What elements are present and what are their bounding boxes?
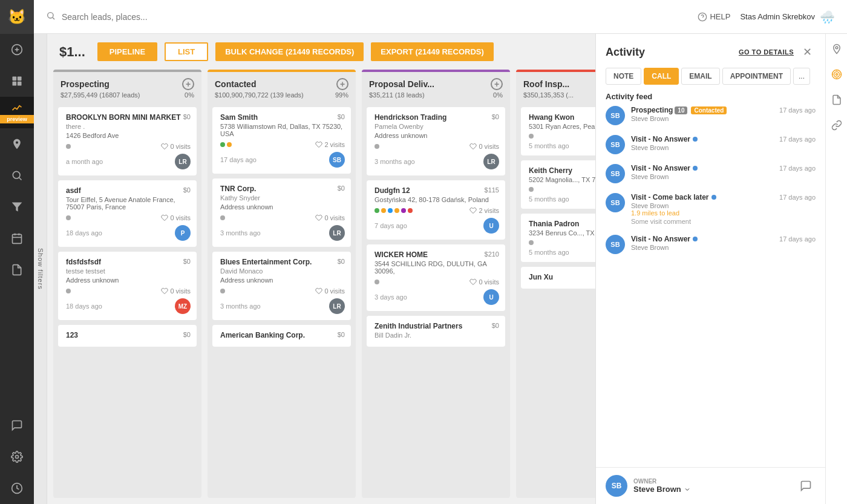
lead-card[interactable]: BROOKLYN BORN MINI MARKET $0 there . 142… xyxy=(58,107,197,175)
sidebar-item-chat[interactable] xyxy=(0,410,34,441)
sidebar: 🐱 preview xyxy=(0,0,34,504)
sidebar-item-settings[interactable] xyxy=(0,441,34,473)
link-icon xyxy=(831,120,842,131)
card-dots-row xyxy=(529,240,534,245)
sidebar-item-clock[interactable] xyxy=(0,473,34,504)
lead-card[interactable]: Dudgfn 12 $115 Gostyńska 42, 80-178 Gdań… xyxy=(367,180,505,240)
card-sub: there . xyxy=(66,123,191,130)
sidebar-item-grid[interactable] xyxy=(0,65,34,97)
list-button[interactable]: LIST xyxy=(165,42,208,61)
col-body-roof: Hwang Kwon 5301 Ryan Acres, Pearland, TX… xyxy=(516,105,595,498)
grid-icon xyxy=(11,75,23,87)
activity-tab-call[interactable]: CALL xyxy=(644,68,679,85)
col-header-contacted: Contacted + $100,900,790,722 (139 leads)… xyxy=(208,72,356,105)
card-dots-row xyxy=(66,289,71,293)
go-to-details-link[interactable]: GO TO DETAILS xyxy=(739,48,794,56)
activity-tab-appointment[interactable]: APPOINTMENT xyxy=(722,68,791,85)
lead-dot xyxy=(374,144,379,149)
col-add-btn-contacted[interactable]: + xyxy=(336,78,348,90)
card-name: BROOKLYN BORN MINI MARKET xyxy=(66,113,181,122)
card-address: 5301 Ryan Acres, Pearland, TX 77... xyxy=(529,123,595,130)
sidebar-item-search[interactable] xyxy=(0,160,34,191)
lead-dot xyxy=(66,289,71,293)
feed-time: 17 days ago xyxy=(779,165,816,172)
card-address: 5738 Williamstown Rd, Dallas, TX 75230, … xyxy=(220,123,345,137)
lead-card[interactable]: Keith Cherry 5202 Magnolia..., TX 77584,… xyxy=(521,160,595,209)
activity-header: Activity GO TO DETAILS ✕ xyxy=(596,34,825,61)
card-address: Tour Eiffel, 5 Avenue Anatole France, 75… xyxy=(66,196,191,211)
sidebar-item-calendar[interactable] xyxy=(0,223,34,254)
notes-right-icon[interactable] xyxy=(831,94,842,108)
card-avatar: P xyxy=(175,225,191,241)
lead-dot xyxy=(220,215,225,220)
sidebar-item-map[interactable] xyxy=(0,128,34,160)
card-sub: testse testset xyxy=(66,267,191,275)
activity-tab-note[interactable]: NOTE xyxy=(606,68,641,85)
sidebar-item-preview[interactable]: preview xyxy=(0,97,34,128)
lead-dot xyxy=(374,280,379,284)
lead-card[interactable]: TNR Corp. $0 Kathy Snyder Address unknow… xyxy=(212,178,351,247)
lead-card[interactable]: Blues Entertainment Corp. $0 David Monac… xyxy=(212,252,351,320)
activity-tabs: NOTECALLEMAILAPPOINTMENT... xyxy=(596,61,825,85)
card-name: 123 xyxy=(66,331,181,339)
lead-card[interactable]: Hendrickson Trading $0 Pamela Owenby Add… xyxy=(367,107,505,175)
close-button[interactable]: ✕ xyxy=(799,44,816,61)
feed-action: Visit - Come back later xyxy=(631,193,716,201)
owner-name: Steve Brown xyxy=(633,485,790,494)
svg-rect-6 xyxy=(18,82,22,86)
col-header-proposal: Proposal Deliv... + $35,211 (18 leads) 0… xyxy=(362,72,510,105)
card-time: a month ago xyxy=(66,158,103,165)
help-button[interactable]: HELP xyxy=(698,12,730,22)
lead-dot xyxy=(374,208,379,213)
col-add-btn-proposal[interactable]: + xyxy=(491,78,503,90)
lead-card[interactable]: Jun Xu xyxy=(521,267,595,289)
card-time: 18 days ago xyxy=(66,229,102,237)
card-time: 18 days ago xyxy=(66,303,102,310)
content-area: Show filters $1... PIPELINE LIST BULK CH… xyxy=(34,34,847,504)
feed-content: Visit - Come back later 17 days ago Stev… xyxy=(631,193,816,225)
location-right-icon[interactable] xyxy=(831,44,842,57)
card-name: Sam Smith xyxy=(220,113,335,122)
card-time: 17 days ago xyxy=(220,156,257,163)
target-right-icon[interactable] xyxy=(831,69,842,82)
card-address: Gostyńska 42, 80-178 Gdańsk, Poland xyxy=(374,196,499,203)
card-name: Jun Xu xyxy=(529,273,595,281)
activity-footer: SB OWNER Steve Brown xyxy=(596,467,825,504)
col-add-btn-prospecting[interactable]: + xyxy=(182,78,194,90)
search-input[interactable] xyxy=(62,12,692,22)
feed-item: SB Visit - No Answer 17 days ago Steve B… xyxy=(606,135,816,154)
lead-card[interactable]: Hwang Kwon 5301 Ryan Acres, Pearland, TX… xyxy=(521,107,595,155)
lead-card[interactable]: WICKER HOME $210 3544 SCHILLING RDG, DUL… xyxy=(367,244,505,311)
col-body-prospecting: BROOKLYN BORN MINI MARKET $0 there . 142… xyxy=(53,105,201,498)
lead-card[interactable]: asdf $0 Tour Eiffel, 5 Avenue Anatole Fr… xyxy=(58,180,197,247)
feed-action: Visit - No Answer xyxy=(631,235,698,243)
lead-card[interactable]: Thania Padron 3234 Benrus Co..., TX 7758… xyxy=(521,214,595,262)
sidebar-item-filter[interactable] xyxy=(0,191,34,223)
lead-card[interactable]: Sam Smith $0 5738 Williamstown Rd, Dalla… xyxy=(212,107,351,174)
comment-button[interactable] xyxy=(796,476,816,496)
amount-display: $1... xyxy=(59,44,85,60)
pipeline-button[interactable]: PIPELINE xyxy=(97,42,157,61)
activity-tab-...[interactable]: ... xyxy=(793,68,810,85)
card-dots-row xyxy=(66,144,71,149)
card-amount: $0 xyxy=(492,322,499,329)
feed-time: 17 days ago xyxy=(779,194,816,201)
activity-tab-email[interactable]: EMAIL xyxy=(681,68,719,85)
lead-card[interactable]: American Banking Corp. $0 xyxy=(212,325,351,347)
sidebar-item-doc[interactable] xyxy=(0,254,34,286)
lead-card[interactable]: Zenith Industrial Partners $0 Bill Dadin… xyxy=(367,316,505,347)
col-stats-prospecting: $27,595,449 (16807 leads) 0% xyxy=(60,91,194,99)
lead-card[interactable]: 123 $0 xyxy=(58,325,197,347)
bulk-change-button[interactable]: BULK CHANGE (21449 RECORDS) xyxy=(215,42,364,61)
show-filters-bar[interactable]: Show filters xyxy=(34,34,47,504)
feed-item: SB Visit - Come back later 17 days ago S… xyxy=(606,193,816,225)
feed-content: Visit - No Answer 17 days ago Steve Brow… xyxy=(631,235,816,251)
col-header-prospecting: Prospecting + $27,595,449 (16807 leads) … xyxy=(53,72,201,105)
link-right-icon[interactable] xyxy=(831,120,842,133)
activity-feed: SB Prospecting10Contacted 17 days ago St… xyxy=(596,106,825,467)
card-dots-row xyxy=(220,289,225,293)
lead-card[interactable]: fdsfdsfsdf $0 testse testset Address unk… xyxy=(58,252,197,320)
sidebar-item-add[interactable] xyxy=(0,34,34,65)
topbar: HELP Stas Admin Skrebkov 🌧️ xyxy=(34,0,847,34)
export-button[interactable]: EXPORT (21449 RECORDS) xyxy=(371,42,494,61)
